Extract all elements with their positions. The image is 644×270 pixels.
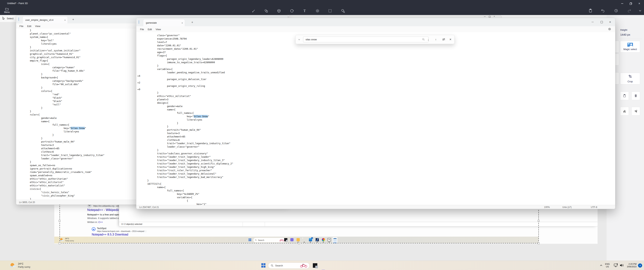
paste-icon[interactable] [588,8,593,13]
weather-condition[interactable]: Partly sunny [65,240,74,242]
search-box[interactable]: Search [268,262,310,269]
notification-badge[interactable]: 4 [638,263,642,267]
3d-library-icon[interactable] [341,9,345,13]
7zip-icon[interactable]: 7z [328,238,331,241]
result-written-in: Written in: C++ [87,221,103,223]
paint-icon[interactable] [322,238,325,241]
maximize-icon[interactable] [626,0,635,7]
close-tab-icon[interactable]: × [182,22,183,24]
encoding[interactable]: UTF-8 [591,206,597,208]
code-line: date="2200.01.01" [138,44,615,47]
clock[interactable]: 2:20 PM 3/06/2023 [624,263,636,268]
result-url: https://www.techspot.com › downloads › 2… [97,230,147,232]
status-bar: Ln 2547487, Col 21 100% Unix (LF) UTF-8 [136,205,615,209]
selection-handle[interactable] [538,242,540,244]
bicycle-icon [279,239,284,242]
network-icon[interactable] [614,263,618,268]
search-icon [422,38,425,41]
redo-icon[interactable] [627,8,632,13]
menu-file[interactable]: File [138,27,146,32]
paste-button[interactable] [620,91,629,100]
settings-gear-icon[interactable] [608,27,611,32]
result-link[interactable]: Notepad++ 8.5.3 Download [92,233,128,236]
expand-search-icon[interactable] [297,38,301,42]
find-previous-icon[interactable]: ↑ [433,37,439,42]
new-tab-button[interactable]: + [71,17,76,22]
new-tab-button[interactable]: + [190,20,195,25]
selection-handle[interactable] [298,242,300,244]
minimize-icon[interactable] [484,17,486,17]
line-endings[interactable]: Unix (LF) [562,206,572,208]
tray-expand-icon[interactable] [600,264,602,267]
delete-button[interactable] [632,91,640,100]
desktop: Untitled* - Paint 3D × Menu T Select [0,0,644,270]
zoom-level[interactable]: 100% [544,206,550,208]
brush-icon[interactable] [252,9,256,13]
effects-icon[interactable] [315,9,320,13]
tab-title: user_empire_designs_v3.4 [25,19,53,21]
text-tool-icon[interactable]: T [302,9,307,13]
weather-icon [60,237,64,242]
maximize-icon[interactable] [489,16,490,18]
minimize-icon[interactable] [618,0,626,7]
code-line: } [138,121,615,125]
stickers-icon[interactable] [290,9,294,13]
3d-shapes-icon[interactable] [277,9,281,13]
2d-shapes-icon[interactable] [264,9,268,13]
close-tab-icon[interactable]: × [64,19,66,22]
find-next-icon[interactable]: ↓ [426,37,431,42]
select-tool-label[interactable]: Select [7,17,14,20]
search-box[interactable]: Search [253,237,286,243]
selection-handle[interactable] [58,242,60,244]
paste-icon [623,94,626,97]
highlighted-match: Silas Snow [70,127,84,129]
selection-handle[interactable] [538,220,540,222]
weather-condition[interactable]: Partly sunny [18,266,30,268]
flip-vertical-button[interactable] [632,107,640,115]
cpp-link[interactable]: C++ [98,221,103,223]
code-line: =2 [138,81,615,84]
selection-handle[interactable] [58,220,60,222]
flip-horizontal-button[interactable] [620,107,629,115]
close-search-icon[interactable]: × [448,37,453,42]
chat-app-icon[interactable] [320,269,327,270]
app-icon[interactable] [290,238,294,241]
speaker-icon[interactable] [620,263,624,268]
menu-view[interactable]: View [154,27,163,32]
canvas-icon[interactable] [328,9,332,13]
photos-icon[interactable] [316,238,319,241]
start-button[interactable] [261,263,266,268]
code-line: variables={ [138,68,615,71]
weather-temp[interactable]: 24°C [18,262,24,265]
language-indicator[interactable]: ENGUS [605,263,610,268]
menu-file[interactable]: File [18,24,25,28]
menu-button[interactable]: Menu [2,8,11,14]
menu-edit[interactable]: Edit [25,24,33,28]
close-icon[interactable]: × [608,20,612,24]
start-button[interactable] [248,238,251,241]
file-explorer-icon[interactable] [296,238,300,241]
menu-edit[interactable]: Edit [146,27,154,32]
mail-icon[interactable]: 3 [309,238,312,241]
close-icon[interactable]: × [635,0,644,7]
result-link[interactable]: Notepad++ - Wikipedia [87,208,120,212]
search-options-icon[interactable] [440,37,447,42]
magic-select-button[interactable]: Magic select [620,41,640,53]
app-icon[interactable] [312,262,318,269]
weather-icon[interactable] [9,262,16,269]
search-input[interactable] [303,37,428,42]
more-options-icon[interactable]: ⋮ [145,230,147,232]
editor-content[interactable]: class="governor" experience=2508.78794 l… [136,32,615,205]
close-icon[interactable]: × [494,15,495,18]
undo-icon[interactable] [600,8,606,13]
tab-gamestate[interactable]: gamestate × [143,19,185,27]
maximize-icon[interactable] [600,21,603,23]
crop-button[interactable]: Crop [620,73,640,84]
menu-view[interactable]: View [33,24,42,28]
app-icon[interactable] [284,238,287,241]
weather-temp[interactable]: 24°C [65,237,69,239]
history-icon[interactable] [614,8,618,13]
tab-user-empire-designs[interactable]: user_empire_designs_v3.4 × [22,16,68,24]
chevron-down-icon[interactable] [638,9,642,13]
notepad-icon-active[interactable] [332,237,337,243]
